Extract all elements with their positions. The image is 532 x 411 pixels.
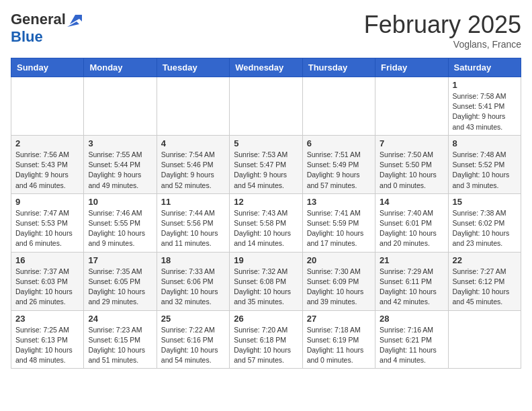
day-number: 7 bbox=[380, 138, 443, 148]
calendar-week-row: 9Sunrise: 7:47 AM Sunset: 5:53 PM Daylig… bbox=[11, 193, 521, 252]
day-info: Sunrise: 7:46 AM Sunset: 5:55 PM Dayligh… bbox=[88, 208, 152, 249]
day-info: Sunrise: 7:44 AM Sunset: 5:56 PM Dayligh… bbox=[161, 208, 225, 249]
title-block: February 2025 Voglans, France bbox=[364, 11, 521, 50]
day-header-tuesday: Tuesday bbox=[157, 58, 229, 77]
calendar-cell: 10Sunrise: 7:46 AM Sunset: 5:55 PM Dayli… bbox=[84, 193, 157, 252]
day-header-sunday: Sunday bbox=[11, 58, 84, 77]
calendar-header-row: SundayMondayTuesdayWednesdayThursdayFrid… bbox=[11, 58, 521, 77]
day-info: Sunrise: 7:25 AM Sunset: 6:13 PM Dayligh… bbox=[15, 325, 79, 366]
day-number: 8 bbox=[453, 138, 517, 148]
calendar-cell: 7Sunrise: 7:50 AM Sunset: 5:50 PM Daylig… bbox=[375, 135, 448, 193]
day-number: 10 bbox=[88, 197, 152, 207]
calendar-cell bbox=[157, 77, 229, 136]
calendar-cell: 8Sunrise: 7:48 AM Sunset: 5:52 PM Daylig… bbox=[448, 135, 521, 193]
day-header-saturday: Saturday bbox=[448, 58, 521, 77]
day-number: 13 bbox=[307, 197, 371, 207]
day-number: 5 bbox=[234, 138, 298, 148]
calendar-cell bbox=[11, 77, 84, 136]
day-header-thursday: Thursday bbox=[302, 58, 375, 77]
day-info: Sunrise: 7:40 AM Sunset: 6:01 PM Dayligh… bbox=[380, 208, 443, 249]
calendar-cell: 18Sunrise: 7:33 AM Sunset: 6:06 PM Dayli… bbox=[157, 252, 229, 310]
calendar-week-row: 2Sunrise: 7:56 AM Sunset: 5:43 PM Daylig… bbox=[11, 135, 521, 193]
day-info: Sunrise: 7:37 AM Sunset: 6:03 PM Dayligh… bbox=[15, 267, 79, 308]
day-info: Sunrise: 7:23 AM Sunset: 6:15 PM Dayligh… bbox=[88, 325, 152, 366]
day-number: 28 bbox=[380, 314, 443, 324]
calendar-cell: 5Sunrise: 7:53 AM Sunset: 5:47 PM Daylig… bbox=[230, 135, 302, 193]
calendar-cell: 9Sunrise: 7:47 AM Sunset: 5:53 PM Daylig… bbox=[11, 193, 84, 252]
day-number: 23 bbox=[15, 314, 79, 324]
day-number: 2 bbox=[15, 138, 79, 148]
day-number: 9 bbox=[15, 197, 79, 207]
calendar-cell: 24Sunrise: 7:23 AM Sunset: 6:15 PM Dayli… bbox=[84, 310, 157, 369]
calendar-cell: 13Sunrise: 7:41 AM Sunset: 5:59 PM Dayli… bbox=[302, 193, 375, 252]
day-number: 16 bbox=[15, 255, 79, 265]
calendar-cell: 1Sunrise: 7:58 AM Sunset: 5:41 PM Daylig… bbox=[448, 77, 521, 136]
day-number: 11 bbox=[161, 197, 225, 207]
calendar-cell: 26Sunrise: 7:20 AM Sunset: 6:18 PM Dayli… bbox=[230, 310, 302, 369]
day-info: Sunrise: 7:38 AM Sunset: 6:02 PM Dayligh… bbox=[453, 208, 517, 249]
day-header-friday: Friday bbox=[375, 58, 448, 77]
day-info: Sunrise: 7:47 AM Sunset: 5:53 PM Dayligh… bbox=[15, 208, 79, 249]
calendar-cell bbox=[448, 310, 521, 369]
calendar-cell: 4Sunrise: 7:54 AM Sunset: 5:46 PM Daylig… bbox=[157, 135, 229, 193]
logo-general-text: General bbox=[11, 11, 66, 28]
calendar-cell: 27Sunrise: 7:18 AM Sunset: 6:19 PM Dayli… bbox=[302, 310, 375, 369]
day-number: 6 bbox=[307, 138, 371, 148]
day-info: Sunrise: 7:30 AM Sunset: 6:09 PM Dayligh… bbox=[307, 267, 371, 308]
day-number: 4 bbox=[161, 138, 225, 148]
day-info: Sunrise: 7:33 AM Sunset: 6:06 PM Dayligh… bbox=[161, 267, 225, 308]
day-number: 14 bbox=[380, 197, 443, 207]
calendar-cell: 2Sunrise: 7:56 AM Sunset: 5:43 PM Daylig… bbox=[11, 135, 84, 193]
calendar-cell: 15Sunrise: 7:38 AM Sunset: 6:02 PM Dayli… bbox=[448, 193, 521, 252]
calendar-cell: 21Sunrise: 7:29 AM Sunset: 6:11 PM Dayli… bbox=[375, 252, 448, 310]
day-number: 3 bbox=[88, 138, 152, 148]
calendar-cell: 19Sunrise: 7:32 AM Sunset: 6:08 PM Dayli… bbox=[230, 252, 302, 310]
day-info: Sunrise: 7:51 AM Sunset: 5:49 PM Dayligh… bbox=[307, 150, 371, 191]
day-info: Sunrise: 7:58 AM Sunset: 5:41 PM Dayligh… bbox=[453, 91, 517, 132]
day-number: 19 bbox=[234, 255, 298, 265]
calendar-cell: 3Sunrise: 7:55 AM Sunset: 5:44 PM Daylig… bbox=[84, 135, 157, 193]
calendar-cell bbox=[302, 77, 375, 136]
day-info: Sunrise: 7:41 AM Sunset: 5:59 PM Dayligh… bbox=[307, 208, 371, 249]
day-info: Sunrise: 7:43 AM Sunset: 5:58 PM Dayligh… bbox=[234, 208, 298, 249]
day-number: 26 bbox=[234, 314, 298, 324]
calendar-cell bbox=[375, 77, 448, 136]
day-number: 25 bbox=[161, 314, 225, 324]
calendar-cell bbox=[230, 77, 302, 136]
day-info: Sunrise: 7:53 AM Sunset: 5:47 PM Dayligh… bbox=[234, 150, 298, 191]
day-number: 15 bbox=[453, 197, 517, 207]
calendar-cell: 25Sunrise: 7:22 AM Sunset: 6:16 PM Dayli… bbox=[157, 310, 229, 369]
calendar-cell: 14Sunrise: 7:40 AM Sunset: 6:01 PM Dayli… bbox=[375, 193, 448, 252]
calendar-cell bbox=[84, 77, 157, 136]
day-number: 24 bbox=[88, 314, 152, 324]
svg-marker-1 bbox=[67, 21, 79, 27]
day-info: Sunrise: 7:50 AM Sunset: 5:50 PM Dayligh… bbox=[380, 150, 443, 191]
day-number: 27 bbox=[307, 314, 371, 324]
calendar-cell: 12Sunrise: 7:43 AM Sunset: 5:58 PM Dayli… bbox=[230, 193, 302, 252]
logo-blue-text: Blue bbox=[11, 28, 43, 46]
day-info: Sunrise: 7:29 AM Sunset: 6:11 PM Dayligh… bbox=[380, 267, 443, 308]
page-header: General Blue February 2025 Voglans, Fran… bbox=[11, 11, 521, 50]
calendar-cell: 11Sunrise: 7:44 AM Sunset: 5:56 PM Dayli… bbox=[157, 193, 229, 252]
day-info: Sunrise: 7:27 AM Sunset: 6:12 PM Dayligh… bbox=[453, 267, 517, 308]
day-info: Sunrise: 7:16 AM Sunset: 6:21 PM Dayligh… bbox=[380, 325, 443, 366]
day-number: 18 bbox=[161, 255, 225, 265]
day-info: Sunrise: 7:18 AM Sunset: 6:19 PM Dayligh… bbox=[307, 325, 371, 366]
day-number: 1 bbox=[453, 80, 517, 90]
day-number: 22 bbox=[453, 255, 517, 265]
day-number: 20 bbox=[307, 255, 371, 265]
calendar-week-row: 1Sunrise: 7:58 AM Sunset: 5:41 PM Daylig… bbox=[11, 77, 521, 136]
day-header-monday: Monday bbox=[84, 58, 157, 77]
day-info: Sunrise: 7:20 AM Sunset: 6:18 PM Dayligh… bbox=[234, 325, 298, 366]
calendar-cell: 23Sunrise: 7:25 AM Sunset: 6:13 PM Dayli… bbox=[11, 310, 84, 369]
day-info: Sunrise: 7:22 AM Sunset: 6:16 PM Dayligh… bbox=[161, 325, 225, 366]
calendar-cell: 17Sunrise: 7:35 AM Sunset: 6:05 PM Dayli… bbox=[84, 252, 157, 310]
day-header-wednesday: Wednesday bbox=[230, 58, 302, 77]
calendar-cell: 22Sunrise: 7:27 AM Sunset: 6:12 PM Dayli… bbox=[448, 252, 521, 310]
logo-icon bbox=[67, 12, 82, 27]
day-info: Sunrise: 7:32 AM Sunset: 6:08 PM Dayligh… bbox=[234, 267, 298, 308]
logo: General Blue bbox=[11, 11, 82, 46]
calendar-cell: 6Sunrise: 7:51 AM Sunset: 5:49 PM Daylig… bbox=[302, 135, 375, 193]
day-info: Sunrise: 7:55 AM Sunset: 5:44 PM Dayligh… bbox=[88, 150, 152, 191]
calendar-table: SundayMondayTuesdayWednesdayThursdayFrid… bbox=[11, 58, 521, 369]
